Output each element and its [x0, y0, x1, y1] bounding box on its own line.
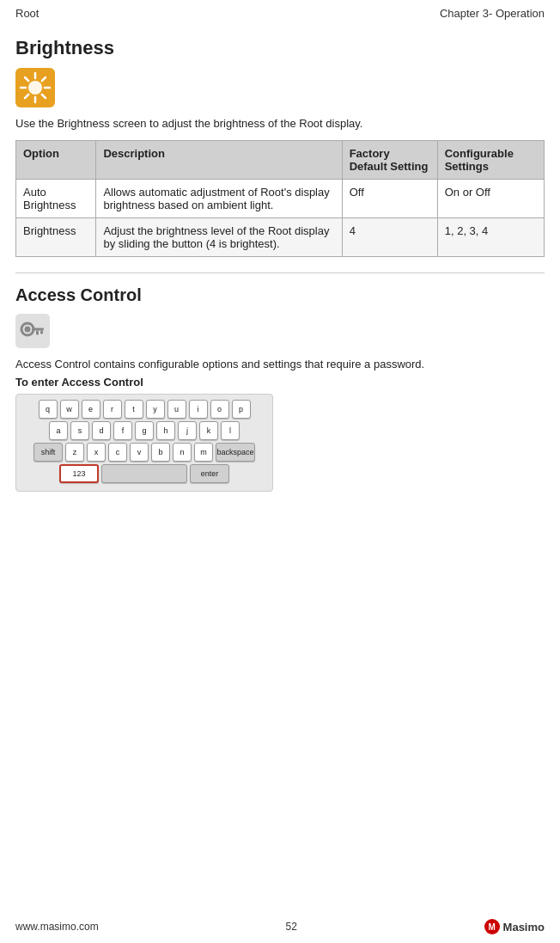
key-b: b: [151, 443, 170, 462]
key-x: x: [87, 443, 106, 462]
cell-configurable: 1, 2, 3, 4: [437, 218, 544, 257]
cell-factory: Off: [342, 180, 437, 218]
svg-point-1: [28, 81, 42, 95]
key-e: e: [82, 400, 100, 419]
key-m: m: [194, 443, 213, 462]
keyboard-row-3: shift z x c v b n m backspace: [21, 443, 267, 462]
key-l: l: [221, 421, 240, 440]
col-description: Description: [96, 141, 342, 180]
footer-page-number: 52: [285, 921, 296, 933]
access-control-title: Access Control: [15, 285, 545, 305]
svg-point-12: [25, 327, 31, 333]
col-factory: Factory Default Setting: [342, 141, 437, 180]
cell-description: Allows automatic adjustment of Root's di…: [96, 180, 342, 218]
key-i: i: [189, 400, 208, 419]
key-space: [101, 464, 187, 483]
cell-option: Brightness: [16, 218, 96, 257]
header-left: Root: [15, 7, 39, 20]
key-enter: enter: [190, 464, 229, 483]
key-n: n: [173, 443, 192, 462]
masimo-m-icon: M: [484, 919, 500, 934]
brightness-table: Option Description Factory Default Setti…: [15, 140, 545, 257]
cell-option: Auto Brightness: [16, 180, 96, 218]
key-v: v: [130, 443, 149, 462]
key-backspace: backspace: [216, 443, 255, 462]
table-row: Auto Brightness Allows automatic adjustm…: [16, 180, 545, 218]
svg-rect-15: [36, 331, 39, 335]
svg-rect-14: [40, 331, 43, 334]
page-footer: www.masimo.com 52 M Masimo: [0, 919, 560, 934]
col-configurable: Configurable Settings: [437, 141, 544, 180]
col-option: Option: [16, 141, 96, 180]
brightness-title: Brightness: [15, 37, 545, 59]
keyboard-row-2: a s d f g h j k l: [21, 421, 267, 440]
section-divider: [15, 272, 545, 273]
key-shift: shift: [33, 443, 63, 462]
svg-rect-13: [32, 328, 44, 331]
access-description: Access Control contains configurable opt…: [15, 358, 545, 370]
sun-icon: [15, 68, 55, 107]
header-right: Chapter 3- Operation: [440, 7, 545, 20]
key-h: h: [156, 421, 175, 440]
key-f: f: [113, 421, 132, 440]
key-d: d: [92, 421, 111, 440]
key-s: s: [70, 421, 89, 440]
key-t: t: [125, 400, 143, 419]
key-q: q: [39, 400, 58, 419]
key-123: 123: [59, 464, 99, 483]
brightness-description: Use the Brightness screen to adjust the …: [15, 117, 545, 130]
key-w: w: [60, 400, 79, 419]
key-o: o: [210, 400, 229, 419]
key-icon: [15, 314, 50, 348]
keyboard-image: q w e r t y u i o p a s d f g h j k l sh…: [15, 394, 273, 492]
key-k: k: [199, 421, 218, 440]
keyboard-row-4: 123 enter: [21, 464, 267, 483]
key-y: y: [146, 400, 165, 419]
page-header: Root Chapter 3- Operation: [0, 0, 560, 23]
masimo-logo: M Masimo: [484, 919, 545, 934]
key-r: r: [103, 400, 122, 419]
cell-description: Adjust the brightness level of the Root …: [96, 218, 342, 257]
key-p: p: [232, 400, 251, 419]
keyboard-row-1: q w e r t y u i o p: [21, 400, 267, 419]
enter-access-label: To enter Access Control: [15, 376, 545, 389]
cell-configurable: On or Off: [437, 180, 544, 218]
table-row: Brightness Adjust the brightness level o…: [16, 218, 545, 257]
key-j: j: [178, 421, 197, 440]
key-g: g: [135, 421, 154, 440]
key-z: z: [65, 443, 84, 462]
cell-factory: 4: [342, 218, 437, 257]
footer-website: www.masimo.com: [15, 921, 99, 933]
key-a: a: [49, 421, 68, 440]
footer-brand: Masimo: [503, 921, 545, 934]
key-c: c: [108, 443, 127, 462]
key-u: u: [167, 400, 186, 419]
